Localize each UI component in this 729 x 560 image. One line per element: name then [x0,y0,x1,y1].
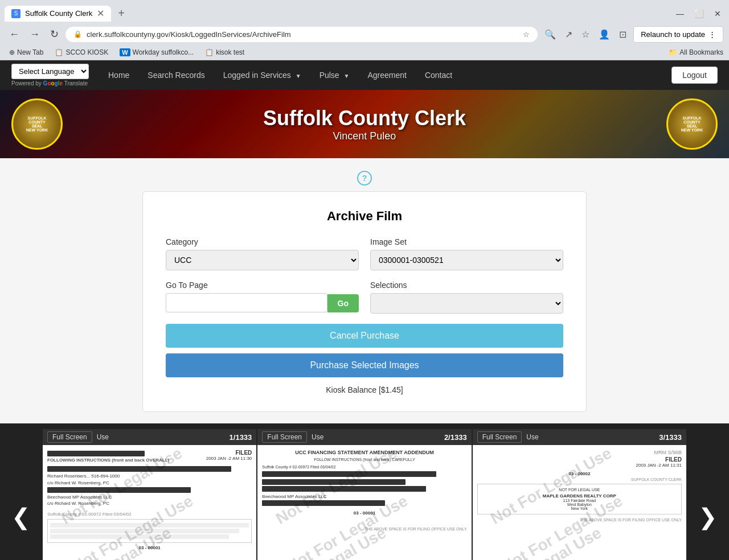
new-tab-favicon: ⊕ [9,48,15,56]
seal-right-text: SUFFOLKCOUNTYSEALNEW YORK [679,114,705,134]
fullscreen-button-3[interactable]: Full Screen [477,431,522,443]
star-icon[interactable]: ☆ [523,30,530,39]
nav-contact[interactable]: Contact [417,66,460,84]
help-icon-container[interactable]: ? [11,170,718,186]
close-button[interactable]: ✕ [711,7,724,20]
frame-2-image: Not For Legal Use Not For Legal Use Not … [257,445,471,560]
seal-right: SUFFOLKCOUNTYSEALNEW YORK [666,98,718,150]
nav-agreement[interactable]: Agreement [359,66,414,84]
tab-favicon: S [11,9,21,18]
nav-home[interactable]: Home [100,66,137,84]
screen-capture-button[interactable]: ⊡ [616,27,630,42]
selections-select[interactable] [370,293,563,314]
fullscreen-button-2[interactable]: Full Screen [262,431,307,443]
archive-film-title: Archive Film [166,209,563,224]
bookmarks-bar: ⊕ New Tab 📋 SCCO KIOSK W Workday suffolk… [0,46,729,60]
prev-frame-button[interactable]: ❮ [0,498,42,536]
category-select[interactable]: UCC Deeds Mortgages Liens [166,250,359,270]
image-set-group: Image Set 0300001-0300521 0200001-020050… [370,237,563,270]
go-button[interactable]: Go [327,294,359,312]
bookmark-new-tab[interactable]: ⊕ New Tab [6,47,47,57]
bookmarks-button[interactable]: ☆ [578,27,593,42]
powered-by-text: Powered by [11,80,43,87]
nav-logged-in-services[interactable]: Logged in Services ▼ [215,66,309,84]
kiosk-test-label: kisok test [216,48,244,56]
logged-in-services-dropdown-icon: ▼ [296,73,301,79]
frame-1-image: Not For Legal Use Not For Legal Use Not … [43,445,256,560]
logout-button[interactable]: Logout [671,67,718,84]
nav-search-records[interactable]: Search Records [140,66,212,84]
use-button-3[interactable]: Use [526,433,538,441]
address-input[interactable] [87,30,518,39]
forward-button[interactable]: → [26,26,43,43]
bookmark-workday[interactable]: W Workday suffolkco... [116,47,197,57]
goto-page-input[interactable] [166,293,327,312]
nav-pulse[interactable]: Pulse ▼ [312,66,358,84]
seal-left-text: SUFFOLKCOUNTYSEALNEW YORK [24,114,50,134]
kiosk-test-favicon: 📋 [205,48,214,56]
frame-1-toolbar: Full Screen Use 1/1333 [43,429,256,445]
navbar: Select Language Powered by Google Transl… [0,60,729,90]
address-bar[interactable]: 🔒 ☆ [65,27,538,42]
google-translate-credit: Powered by Google Translate [11,80,89,87]
browser-window: S Suffolk County Clerk ✕ + — ⬜ ✕ ← → ↻ 🔒… [0,0,729,60]
frame-2-toolbar: Full Screen Use 2/1333 [257,429,471,445]
kiosk-balance: Kiosk Balance [$1.45] [166,385,563,394]
language-select[interactable]: Select Language [11,64,89,79]
tab-close-button[interactable]: ✕ [97,9,104,18]
goto-page-group: Go To Page Go [166,281,359,314]
frame-1-counter: 1/1333 [230,433,252,442]
hero-title-container: Suffolk County Clerk Vincent Puleo [263,106,466,142]
frame-3-counter: 3/1333 [659,433,682,442]
back-button[interactable]: ← [6,26,23,43]
browser-action-buttons: 🔍 ↗ ☆ 👤 ⊡ [541,27,630,42]
frame-3-image: Not For Legal Use Not For Legal Use Not … [473,445,686,560]
film-frame-3: Full Screen Use 3/1333 Not For Legal Use… [473,429,686,560]
profile-button[interactable]: 👤 [595,27,613,42]
use-button-2[interactable]: Use [312,433,323,441]
bookmark-scco-kiosk[interactable]: 📋 SCCO KIOSK [51,47,112,57]
film-frame-1: Full Screen Use 1/1333 Not For Legal Use… [43,429,256,560]
all-bookmarks[interactable]: 📁 All Bookmarks [669,48,723,56]
language-selector-container: Select Language Powered by Google Transl… [11,64,89,87]
hero-banner: SUFFOLKCOUNTYSEALNEW YORK Suffolk County… [0,90,729,158]
film-frame-2: Full Screen Use 2/1333 Not For Legal Use… [257,429,471,560]
relaunch-button[interactable]: Relaunch to update ⋮ [633,26,723,43]
cancel-purchase-button[interactable]: Cancel Purchase [166,324,563,348]
category-imageset-row: Category UCC Deeds Mortgages Liens Image… [166,237,563,270]
film-frames-row: Full Screen Use 1/1333 Not For Legal Use… [42,429,687,560]
scco-kiosk-favicon: 📋 [55,48,63,56]
fullscreen-button-1[interactable]: Full Screen [47,431,92,443]
share-button[interactable]: ↗ [562,27,576,42]
next-frame-button[interactable]: ❯ [687,498,729,536]
minimize-button[interactable]: — [673,7,687,20]
filed-stamp-3: FILED [636,456,682,463]
image-set-label: Image Set [370,237,563,246]
frame-2-doc: Not For Legal Use Not For Legal Use Not … [257,445,471,560]
scco-kiosk-label: SCCO KIOSK [65,48,108,56]
category-group: Category UCC Deeds Mortgages Liens [166,237,359,270]
hero-subtitle: Vincent Puleo [263,130,466,142]
google-text-6: e [59,80,63,87]
new-tab-label: New Tab [17,48,43,56]
maximize-button[interactable]: ⬜ [691,7,707,20]
bookmark-kiosk-test[interactable]: 📋 kisok test [202,47,248,57]
browser-tab-active[interactable]: S Suffolk County Clerk ✕ [5,6,111,22]
all-bookmarks-label: All Bookmarks [679,48,723,56]
page-content: Select Language Powered by Google Transl… [0,60,729,560]
refresh-button[interactable]: ↻ [47,26,62,43]
purchase-selected-button[interactable]: Purchase Selected Images [166,353,563,377]
image-viewer: ❮ Full Screen Use 1/1333 Not For Legal U… [0,423,729,560]
redact-1 [47,466,231,472]
frame-3-toolbar: Full Screen Use 3/1333 [473,429,686,445]
goto-row: Go [166,293,359,312]
help-circle-icon[interactable]: ? [357,171,372,186]
goto-page-label: Go To Page [166,281,359,290]
seal-left: SUFFOLKCOUNTYSEALNEW YORK [11,98,63,150]
use-button-1[interactable]: Use [97,433,109,441]
nav-links: Home Search Records Logged in Services ▼… [100,66,671,84]
image-set-select[interactable]: 0300001-0300521 0200001-0200500 0100001-… [370,250,563,270]
new-tab-button[interactable]: + [113,5,129,22]
search-browser-button[interactable]: 🔍 [541,27,559,42]
relaunch-menu-icon[interactable]: ⋮ [708,30,716,39]
